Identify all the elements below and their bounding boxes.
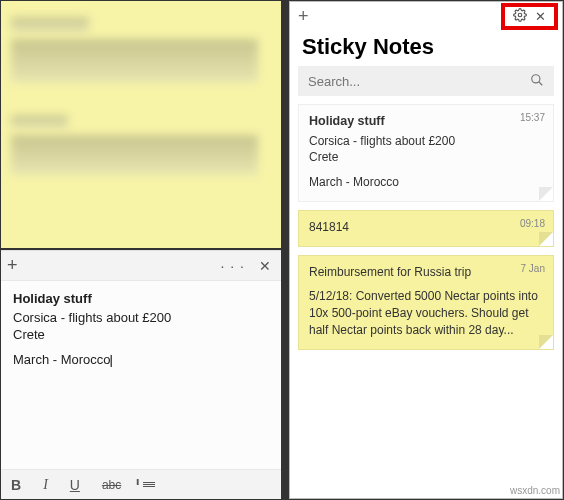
note-time: 09:18 <box>520 217 545 231</box>
list-close-button[interactable]: ✕ <box>535 9 546 24</box>
format-toolbar: B I U abc <box>1 469 281 499</box>
note-card[interactable]: 15:37 Holiday stuff Corsica - flights ab… <box>298 104 554 202</box>
note-close-button[interactable]: ✕ <box>255 258 275 274</box>
note-card-title: 841814 <box>309 219 543 236</box>
note-card-title: Holiday stuff <box>309 113 543 131</box>
note-line: Crete <box>13 327 269 342</box>
note-line: Corsica - flights about £200 <box>13 310 269 325</box>
notes-list: 15:37 Holiday stuff Corsica - flights ab… <box>290 104 562 498</box>
search-box[interactable] <box>298 66 554 96</box>
note-card-line: March - Morocco <box>309 174 543 191</box>
open-sticky-note: + · · · ✕ Holiday stuff Corsica - flight… <box>1 250 281 499</box>
list-titlebar: + ✕ <box>290 2 562 30</box>
fold-corner-icon <box>539 187 553 201</box>
note-card-line: Crete <box>309 149 543 166</box>
svg-point-0 <box>518 13 522 17</box>
note-time: 7 Jan <box>521 262 545 276</box>
note-time: 15:37 <box>520 111 545 125</box>
svg-point-1 <box>532 74 540 82</box>
fold-corner-icon <box>539 335 553 349</box>
note-body[interactable]: Holiday stuff Corsica - flights about £2… <box>1 281 281 469</box>
italic-button[interactable]: I <box>43 477 48 493</box>
svg-line-2 <box>539 81 543 85</box>
note-title: Holiday stuff <box>13 291 269 306</box>
note-card-line: Corsica - flights about £200 <box>309 133 543 150</box>
note-card[interactable]: 09:18 841814 <box>298 210 554 247</box>
watermark: wsxdn.com <box>510 485 560 496</box>
new-note-button[interactable]: + <box>7 255 18 276</box>
search-icon[interactable] <box>530 73 544 90</box>
note-card[interactable]: 7 Jan Reimbursement for Russia trip 5/12… <box>298 255 554 350</box>
sticky-notes-list-window: + ✕ Sticky Notes 15:37 Holiday stuff Cor… <box>289 1 563 499</box>
app-title: Sticky Notes <box>290 30 562 66</box>
bullet-list-button[interactable] <box>143 482 155 487</box>
gear-icon[interactable] <box>513 8 527 25</box>
search-input[interactable] <box>308 74 530 89</box>
strikethrough-button[interactable]: abc <box>102 478 121 492</box>
settings-highlight: ✕ <box>501 3 558 30</box>
fold-corner-icon <box>539 232 553 246</box>
background-sticky-note <box>1 1 281 248</box>
bold-button[interactable]: B <box>11 477 21 493</box>
note-card-line: 5/12/18: Converted 5000 Nectar points in… <box>309 288 543 338</box>
note-titlebar: + · · · ✕ <box>1 251 281 281</box>
underline-button[interactable]: U <box>70 477 80 493</box>
note-card-title: Reimbursement for Russia trip <box>309 264 543 281</box>
note-line: March - Morocco <box>13 352 269 367</box>
new-note-button[interactable]: + <box>294 6 313 27</box>
note-menu-button[interactable]: · · · <box>221 258 245 274</box>
